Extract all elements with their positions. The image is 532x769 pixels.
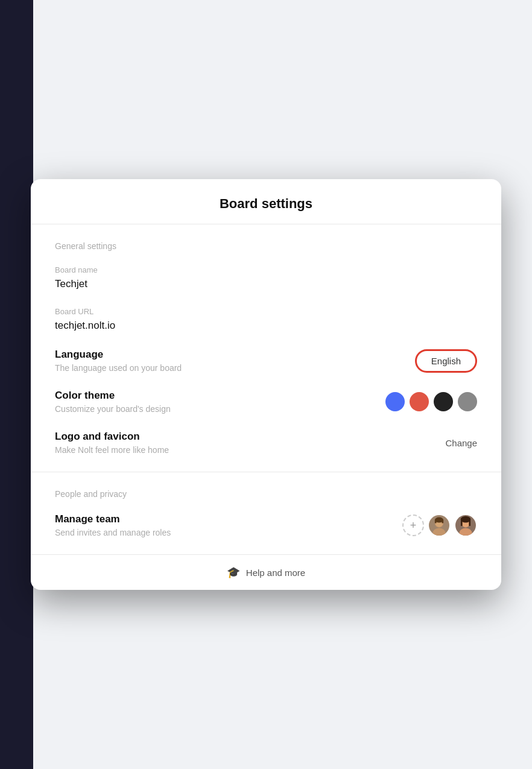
language-label: Language <box>55 349 182 361</box>
svg-point-14 <box>461 517 470 521</box>
color-swatch-blue[interactable] <box>385 392 405 411</box>
color-theme-label-group: Color theme Customize your board's desig… <box>55 390 171 414</box>
board-name-field: Board name Techjet <box>55 265 477 290</box>
avatar-1-img <box>429 515 449 536</box>
language-row: Language The language used on your board… <box>55 349 477 373</box>
bg-left-panel <box>0 0 33 769</box>
modal-title: Board settings <box>50 196 482 212</box>
manage-team-desc: Send invites and manage roles <box>55 528 171 537</box>
color-swatches <box>385 392 477 411</box>
color-theme-row: Color theme Customize your board's desig… <box>55 390 477 414</box>
manage-team-row: Manage team Send invites and manage role… <box>55 513 477 537</box>
color-swatch-black[interactable] <box>434 392 453 411</box>
people-privacy-heading: People and privacy <box>55 489 477 499</box>
board-url-value[interactable]: techjet.nolt.io <box>55 320 477 332</box>
language-label-group: Language The language used on your board <box>55 349 182 373</box>
color-theme-label: Color theme <box>55 390 171 402</box>
board-name-label: Board name <box>55 265 477 274</box>
modal-body: General settings Board name Techjet Boar… <box>31 224 501 554</box>
modal-footer[interactable]: 🎓 Help and more <box>31 554 501 590</box>
logo-change-button[interactable]: Change <box>445 438 477 448</box>
svg-rect-5 <box>435 520 437 523</box>
add-member-icon: + <box>410 519 417 532</box>
language-selector[interactable]: English <box>415 349 477 373</box>
board-name-value[interactable]: Techjet <box>55 278 477 290</box>
avatar-2[interactable] <box>454 514 477 537</box>
board-url-field: Board URL techjet.nolt.io <box>55 307 477 332</box>
avatar-2-img <box>455 515 476 536</box>
logo-label: Logo and favicon <box>55 431 169 443</box>
manage-team-label: Manage team <box>55 513 171 525</box>
color-swatch-gray[interactable] <box>458 392 477 411</box>
modal-header: Board settings <box>31 179 501 224</box>
help-text: Help and more <box>246 568 305 578</box>
people-privacy-section: People and privacy Manage team Send invi… <box>31 472 501 554</box>
avatar-1[interactable] <box>428 514 451 537</box>
color-swatch-red[interactable] <box>410 392 429 411</box>
board-settings-modal: Board settings General settings Board na… <box>31 179 501 590</box>
add-member-button[interactable]: + <box>402 514 424 536</box>
team-controls: + <box>402 514 477 537</box>
general-settings-heading: General settings <box>55 241 477 251</box>
svg-rect-13 <box>469 519 470 526</box>
color-theme-desc: Customize your board's design <box>55 404 171 414</box>
logo-desc: Make Nolt feel more like home <box>55 445 169 455</box>
svg-rect-12 <box>461 519 463 526</box>
general-settings-section: General settings Board name Techjet Boar… <box>31 224 501 472</box>
manage-team-label-group: Manage team Send invites and manage role… <box>55 513 171 537</box>
board-url-label: Board URL <box>55 307 477 316</box>
language-desc: The language used on your board <box>55 363 182 373</box>
logo-favicon-row: Logo and favicon Make Nolt feel more lik… <box>55 431 477 455</box>
help-icon: 🎓 <box>227 566 240 579</box>
svg-rect-6 <box>442 520 443 523</box>
logo-label-group: Logo and favicon Make Nolt feel more lik… <box>55 431 169 455</box>
